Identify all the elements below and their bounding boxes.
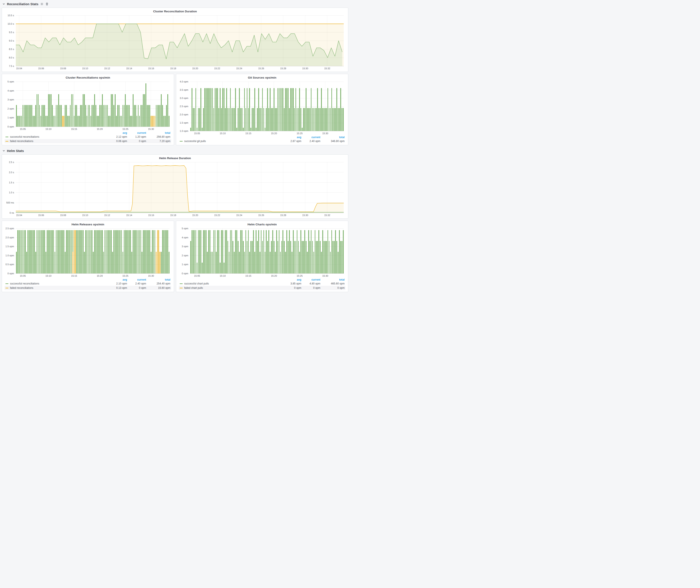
svg-text:15:10: 15:10 [45,128,52,130]
helm-charts-ops-chart[interactable]: 0 opm1 opm2 opm3 opm4 opm5 opm15:0515:10… [178,226,346,278]
legend-git-sources: avgcurrenttotalsuccessful git pulls2.87 … [178,135,346,144]
panel-title[interactable]: Cluster Reconciliation Duration [4,9,346,13]
panel-git-sources-ops: Git Sources ops/min 1.0 opm1.5 opm2.0 op… [176,74,348,145]
legend-col-avg[interactable]: avg [282,278,301,281]
legend-series-label[interactable]: failed reconciliations [5,286,108,289]
legend-col-current[interactable]: current [127,131,146,134]
legend-row: failed reconciliations0.06 opm0 opm7.20 … [5,139,171,143]
svg-text:2.0 s: 2.0 s [9,171,14,174]
legend-value: 2.12 opm [108,135,127,138]
svg-text:0 opm: 0 opm [182,272,188,275]
svg-text:15:20: 15:20 [192,67,198,70]
svg-text:15:20: 15:20 [97,275,103,277]
panel-row-2: Helm Releases ops/min 0 opm0.5 opm1.0 op… [2,221,348,292]
legend-col-total[interactable]: total [320,136,345,139]
svg-text:15:10: 15:10 [82,67,88,70]
legend-series-dash-icon [5,141,8,142]
svg-text:10.0 s: 10.0 s [8,23,14,25]
cluster-reconciliations-ops-chart[interactable]: 0 opm1 opm2 opm3 opm4 opm5 opm15:0515:10… [4,80,172,131]
legend-value: 465.60 opm [320,282,345,285]
svg-text:1 opm: 1 opm [7,116,14,119]
svg-text:15:15: 15:15 [71,128,77,130]
svg-text:15:05: 15:05 [194,275,200,277]
legend-value: 2.10 opm [108,282,127,285]
svg-text:15:30: 15:30 [302,67,308,70]
svg-text:15:24: 15:24 [236,214,242,216]
svg-text:9.0 s: 9.0 s [9,39,14,42]
svg-text:15:28: 15:28 [280,214,286,216]
svg-text:15:06: 15:06 [38,67,44,70]
legend-col-total[interactable]: total [146,278,170,281]
svg-text:8.5 s: 8.5 s [9,48,14,50]
legend-series-label[interactable]: successful reconciliations [5,282,108,285]
svg-text:15:20: 15:20 [97,128,103,130]
legend-col-total[interactable]: total [320,278,345,281]
legend-col-avg[interactable]: avg [282,136,301,139]
legend-series-label[interactable]: successful chart pulls [180,282,282,285]
gear-icon[interactable] [40,2,44,6]
legend-series-label[interactable]: successful reconciliations [5,135,108,138]
panel-title[interactable]: Git Sources ops/min [178,75,346,80]
panel-title[interactable]: Helm Release Duration [4,156,346,160]
svg-text:3 opm: 3 opm [7,98,14,101]
svg-text:4 opm: 4 opm [7,89,14,92]
legend-value: 254.40 opm [146,282,170,285]
cluster-reconciliation-duration-chart[interactable]: 7.5 s8.0 s8.5 s9.0 s9.5 s10.0 s10.5 s15:… [4,13,346,70]
svg-text:15:26: 15:26 [258,214,264,216]
svg-text:15:25: 15:25 [297,132,303,135]
legend-col-current[interactable]: current [301,278,320,281]
svg-text:15:30: 15:30 [148,128,154,130]
legend-series-label[interactable]: failed chart pulls [180,286,282,289]
legend-col-total[interactable]: total [146,131,170,134]
legend-value: 0 opm [127,140,146,143]
panel-row-1: Cluster Reconciliations ops/min 0 opm1 o… [2,74,348,145]
legend-series-label[interactable]: failed reconciliations [5,140,108,143]
svg-text:5 opm: 5 opm [7,80,14,83]
svg-text:2 opm: 2 opm [182,254,188,257]
legend-helm-releases: avgcurrenttotalsuccessful reconciliation… [4,278,172,291]
legend-value: 2.87 opm [282,140,301,143]
panel-title[interactable]: Helm Releases ops/min [4,222,172,226]
legend-col-avg[interactable]: avg [108,131,127,134]
svg-text:15:30: 15:30 [148,275,154,277]
legend-header-row: avgcurrenttotal [5,278,171,281]
legend-series-label[interactable]: successful git pulls [180,140,282,143]
svg-text:15:32: 15:32 [324,214,330,216]
svg-text:4.0 opm: 4.0 opm [180,80,188,83]
legend-value: 0 opm [301,286,320,289]
legend-value: 0 opm [320,286,345,289]
svg-text:15:28: 15:28 [280,67,286,70]
legend-col-current[interactable]: current [301,136,320,139]
svg-text:15:30: 15:30 [322,132,328,135]
svg-text:3 opm: 3 opm [182,245,188,248]
git-sources-ops-chart[interactable]: 1.0 opm1.5 opm2.0 opm2.5 opm3.0 opm3.5 o… [178,80,346,135]
helm-release-duration-chart[interactable]: 0 ns500 ms1.0 s1.5 s2.0 s2.5 s15:0415:06… [4,160,346,217]
panel-title[interactable]: Helm Charts ops/min [178,222,346,226]
svg-text:15:30: 15:30 [322,275,328,277]
svg-text:15:16: 15:16 [148,67,154,70]
panel-title[interactable]: Cluster Reconciliations ops/min [4,75,172,80]
svg-text:15:18: 15:18 [170,214,176,216]
legend-header-row: avgcurrenttotal [179,278,345,281]
svg-text:15:04: 15:04 [16,214,22,216]
section-header-reconciliation-stats[interactable]: Reconciliation Stats [2,0,348,8]
helm-releases-ops-chart[interactable]: 0 opm0.5 opm1.0 opm1.5 opm2.0 opm2.5 opm… [4,226,172,278]
legend-col-avg[interactable]: avg [108,278,127,281]
chart-svg: 7.5 s8.0 s8.5 s9.0 s9.5 s10.0 s10.5 s15:… [4,13,346,70]
legend-helm-charts: avgcurrenttotalsuccessful chart pulls3.8… [178,278,346,291]
legend-series-dash-icon [5,288,8,288]
legend-value: 0 opm [127,286,146,289]
svg-text:15:10: 15:10 [220,132,226,135]
section-header-helm-stats[interactable]: Helm Stats [2,147,348,154]
svg-text:15:26: 15:26 [258,67,264,70]
trash-icon[interactable] [45,2,48,6]
svg-text:15:05: 15:05 [194,132,200,135]
chart-svg: 0 ns500 ms1.0 s1.5 s2.0 s2.5 s15:0415:06… [4,160,346,217]
legend-series-dash-icon [180,141,183,142]
svg-text:15:10: 15:10 [220,275,226,277]
legend-col-current[interactable]: current [127,278,146,281]
legend-cluster-reconciliations: avgcurrenttotalsuccessful reconciliation… [4,131,172,144]
legend-series-dash-icon [180,283,183,284]
legend-value: 2.40 opm [127,282,146,285]
svg-text:15:15: 15:15 [71,275,77,277]
